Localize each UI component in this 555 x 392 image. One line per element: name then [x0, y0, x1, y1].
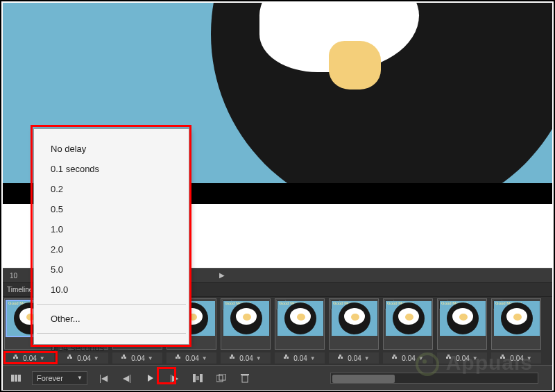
egg-yolk-shape [329, 41, 381, 90]
chevron-down-icon: ▼ [364, 355, 370, 361]
svg-rect-20 [339, 355, 341, 357]
frame-thumbnail[interactable]: 5Good Morning [221, 298, 271, 350]
propagate-icon [338, 355, 345, 361]
frame-delay-value: 0.04 [239, 355, 253, 362]
frame-thumb-image: Good Morning [223, 301, 269, 336]
svg-rect-0 [13, 357, 15, 359]
delete-frame-button[interactable] [237, 370, 253, 386]
frame-delay-value: 0.04 [348, 355, 361, 362]
timeline-scrollbar[interactable] [330, 373, 538, 384]
delay-menu-current[interactable]: 0.04 seconds [34, 338, 189, 358]
play-icon [148, 375, 153, 382]
svg-rect-19 [341, 357, 343, 359]
propagate-icon [446, 355, 453, 361]
svg-rect-28 [503, 357, 505, 359]
chevron-down-icon: ▼ [310, 355, 316, 361]
svg-rect-22 [395, 357, 397, 359]
frame-thumb-image: Good Morning [494, 301, 540, 336]
frame-delay-button[interactable]: 0.04▼ [383, 352, 433, 364]
svg-rect-27 [500, 357, 502, 359]
svg-rect-31 [15, 375, 17, 382]
delay-menu-item[interactable]: No delay [34, 139, 189, 159]
chevron-down-icon: ▼ [256, 355, 262, 361]
svg-rect-38 [242, 375, 248, 382]
svg-rect-2 [15, 355, 17, 357]
propagate-icon [392, 355, 399, 361]
svg-rect-16 [287, 357, 289, 359]
chevron-down-icon: ▼ [77, 375, 83, 381]
frame-thumb-image: Good Morning [332, 301, 377, 336]
prev-frame-button[interactable]: ◀| [119, 370, 135, 386]
frame-thumbnail[interactable]: 7Good Morning [329, 298, 379, 350]
frame-delay-value: 0.04 [456, 355, 469, 362]
chevron-down-icon: ▼ [527, 355, 532, 361]
svg-rect-39 [241, 374, 249, 375]
svg-rect-13 [232, 357, 234, 359]
frame-delay-button[interactable]: 0.04▼ [437, 352, 487, 364]
propagate-icon [230, 355, 237, 361]
svg-rect-32 [18, 375, 21, 382]
svg-rect-1 [16, 357, 18, 359]
svg-rect-30 [11, 375, 14, 382]
frame-thumbnail[interactable]: 9Good Morning [437, 298, 487, 350]
next-frame-button[interactable]: |▶ [166, 370, 182, 386]
frame-delay-button[interactable]: 0.04▼ [221, 352, 271, 364]
menu-separator [37, 333, 186, 334]
svg-rect-23 [393, 355, 395, 357]
delay-menu-item[interactable]: 0.2 [34, 179, 189, 199]
propagate-icon [284, 355, 291, 361]
svg-rect-12 [230, 357, 232, 359]
delay-menu-item[interactable]: 10.0 [34, 280, 189, 300]
svg-rect-25 [449, 357, 451, 359]
frame-thumb-image: Good Morning [386, 301, 432, 336]
chevron-down-icon: ▼ [472, 355, 478, 361]
frame-delay-button[interactable]: 0.04▼ [275, 352, 325, 364]
svg-rect-14 [231, 355, 233, 357]
frame-thumbnail[interactable]: 10Good Morning [491, 298, 541, 350]
svg-rect-33 [193, 374, 196, 382]
delay-menu-item[interactable]: 0.1 seconds [34, 159, 189, 179]
frame-delay-menu[interactable]: No delay0.1 seconds0.20.51.02.05.010.0Ot… [33, 128, 189, 345]
first-frame-button[interactable]: |◀ [96, 370, 111, 386]
delay-menu-item[interactable]: 0.5 [34, 199, 189, 219]
delay-menu-other[interactable]: Other... [34, 309, 189, 329]
frame-thumb-image: Good Morning [278, 301, 323, 336]
svg-rect-21 [392, 357, 394, 359]
delay-menu-item[interactable]: 2.0 [34, 239, 189, 259]
menu-separator [37, 304, 186, 305]
chevron-down-icon: ▼ [418, 355, 424, 361]
svg-rect-29 [502, 355, 504, 357]
loop-count-select[interactable]: Forever ▼ [32, 371, 87, 385]
svg-rect-18 [338, 357, 340, 359]
delay-menu-item[interactable]: 1.0 [34, 219, 189, 239]
frame-delay-button[interactable]: 0.04▼ [491, 352, 541, 364]
playhead-icon[interactable]: ▶ [219, 271, 225, 279]
propagate-icon [13, 355, 20, 361]
chevron-down-icon: ▼ [202, 355, 207, 361]
frame-delay-button[interactable]: 0.04▼ [329, 352, 379, 364]
frame-thumbnail[interactable]: 8Good Morning [383, 298, 433, 350]
frame-thumbnail[interactable]: 6Good Morning [275, 298, 325, 350]
scrollbar-thumb[interactable] [332, 375, 395, 383]
loop-count-value: Forever [37, 374, 63, 382]
svg-rect-24 [446, 357, 448, 359]
tween-button[interactable] [190, 370, 205, 386]
svg-rect-26 [447, 355, 450, 357]
frame-delay-value: 0.04 [402, 355, 415, 362]
svg-rect-15 [284, 357, 286, 359]
delay-menu-item[interactable]: 5.0 [34, 259, 189, 280]
frame-thumb-image: Good Morning [440, 301, 486, 336]
play-button[interactable] [143, 370, 158, 386]
svg-rect-34 [196, 376, 199, 380]
timeline-toolbar: Forever ▼ |◀ ◀| |▶ [3, 365, 552, 390]
propagate-icon [500, 355, 507, 361]
svg-rect-17 [285, 355, 287, 357]
ruler-tick: 10 [10, 272, 17, 280]
duplicate-frame-button[interactable] [214, 370, 229, 386]
svg-rect-35 [200, 374, 203, 382]
convert-timeline-button[interactable] [8, 370, 24, 386]
frame-delay-value: 0.04 [510, 355, 523, 362]
frame-delay-value: 0.04 [293, 355, 307, 362]
